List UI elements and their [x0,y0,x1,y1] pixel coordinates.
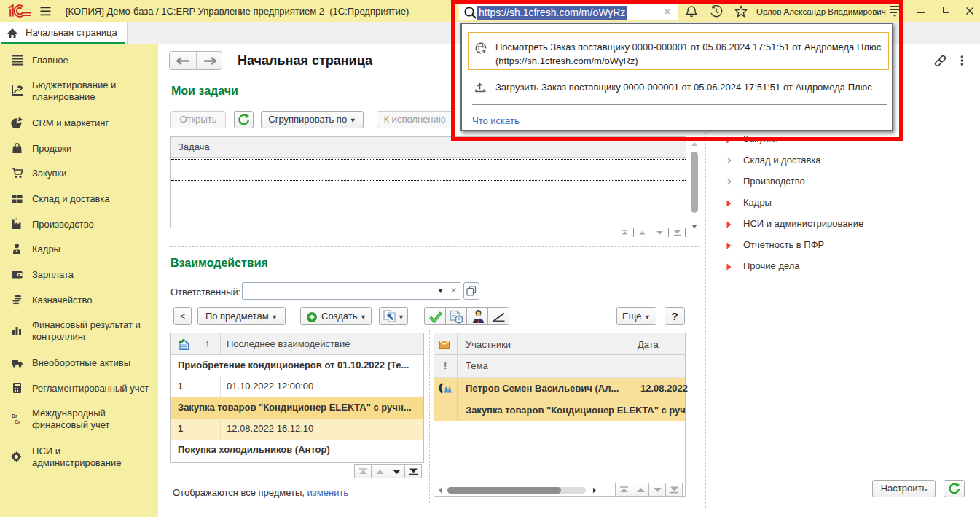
svg-text:Dr: Dr [12,413,17,419]
svg-text:Cr: Cr [15,419,20,424]
